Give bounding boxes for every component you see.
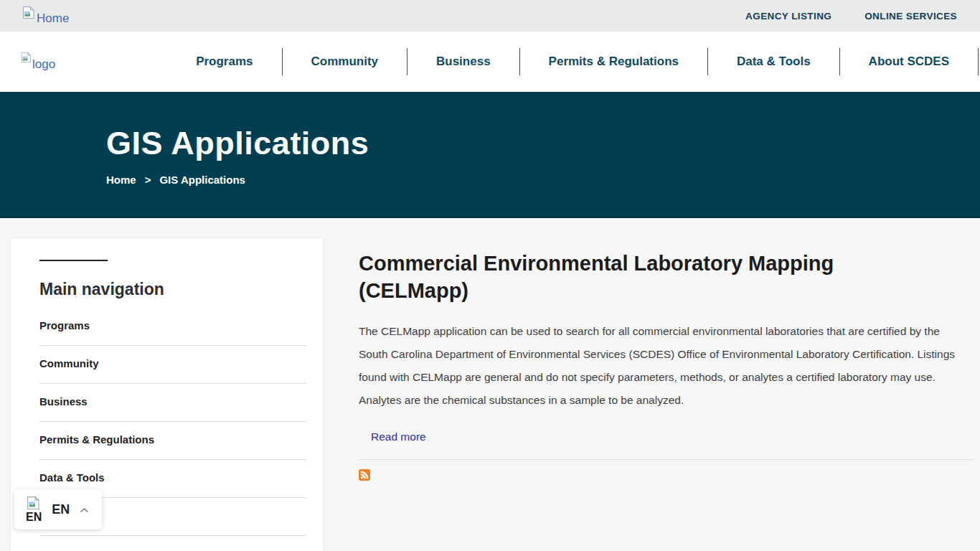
utility-links: AGENCY LISTING ONLINE SERVICES [745, 11, 957, 22]
sidebar-heading: Main navigation [39, 280, 306, 299]
breadcrumb-home-link[interactable]: Home [106, 174, 136, 186]
sidebar-item-permits-regulations[interactable]: Permits & Regulations [39, 422, 306, 460]
sidebar-accent-rule [39, 260, 108, 261]
breadcrumb-current-page: GIS Applications [159, 174, 245, 186]
nav-item-permits-regulations[interactable]: Permits & Regulations [520, 55, 707, 69]
page-title: GIS Applications [106, 125, 369, 162]
sidebar-item-business[interactable]: Business [39, 384, 306, 422]
home-link-alt-text: Home [37, 11, 69, 26]
agency-listing-link[interactable]: AGENCY LISTING [745, 11, 831, 22]
nav-item-data-tools[interactable]: Data & Tools [708, 55, 839, 69]
broken-image-icon [22, 6, 36, 22]
hero-banner: GIS Applications Home > GIS Applications [0, 92, 980, 218]
article-summary: The CELMapp application can be used to s… [359, 320, 965, 412]
read-more-link[interactable]: Read more [371, 430, 426, 443]
chevron-up-icon [80, 504, 89, 517]
breadcrumb-separator: > [145, 174, 151, 186]
home-link[interactable]: Home [22, 6, 69, 26]
language-flag-alt-text: EN [26, 511, 42, 524]
logo-link[interactable]: logo [20, 52, 55, 72]
primary-nav-menu: Programs Community Business Permits & Re… [167, 48, 979, 75]
language-flag: EN [26, 496, 42, 524]
sidebar-item-community[interactable]: Community [39, 346, 306, 384]
article-title: Commercial Environmental Laboratory Mapp… [359, 250, 904, 304]
nav-item-community[interactable]: Community [283, 55, 407, 69]
content-divider [359, 459, 974, 460]
breadcrumb: Home > GIS Applications [106, 174, 245, 186]
utility-top-bar: Home AGENCY LISTING ONLINE SERVICES [0, 0, 980, 32]
sidebar-item-programs[interactable]: Programs [39, 308, 306, 346]
nav-item-business[interactable]: Business [407, 55, 519, 69]
main-content: Commercial Environmental Laboratory Mapp… [359, 250, 974, 484]
nav-divider [978, 48, 979, 75]
broken-image-icon [20, 52, 32, 66]
rss-feed-icon[interactable] [359, 469, 370, 481]
nav-item-about-scdes[interactable]: About SCDES [840, 55, 978, 69]
logo-alt-text: logo [32, 57, 55, 72]
nav-item-programs[interactable]: Programs [167, 55, 281, 69]
language-label: EN [52, 502, 70, 517]
language-selector[interactable]: EN EN [14, 489, 102, 529]
main-navbar: logo Programs Community Business Permits… [0, 32, 980, 92]
online-services-link[interactable]: ONLINE SERVICES [864, 11, 957, 22]
